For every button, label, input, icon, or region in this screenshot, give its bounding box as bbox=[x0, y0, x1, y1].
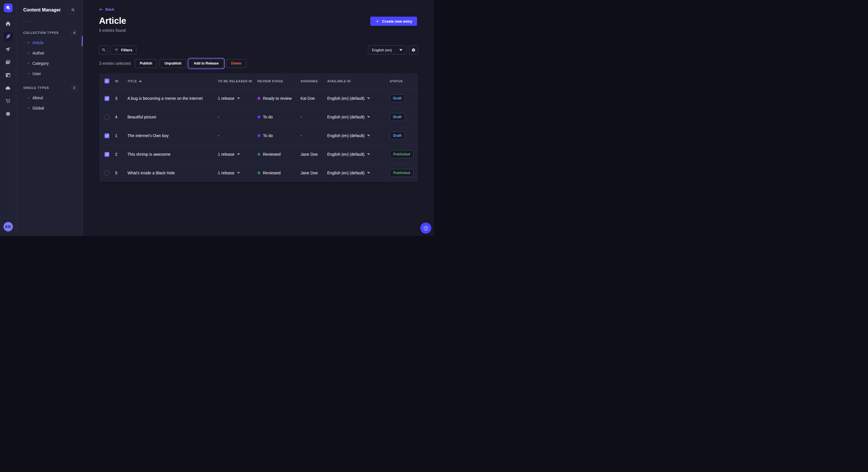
cell-assignee: Jane Doe bbox=[300, 152, 327, 157]
bullet-icon bbox=[28, 42, 29, 43]
stage-label: Reviewed bbox=[263, 171, 280, 175]
rail-item-content-manager[interactable] bbox=[3, 32, 12, 41]
check-icon bbox=[105, 134, 109, 137]
cell-title: This shrimp is awesome bbox=[127, 152, 170, 157]
cell-review-stage: Reviewed bbox=[256, 171, 300, 175]
rail-item-releases[interactable] bbox=[3, 45, 12, 54]
chevron-down-icon bbox=[367, 135, 370, 136]
rail-item-marketplace[interactable] bbox=[3, 96, 12, 105]
select-all-checkbox[interactable] bbox=[104, 78, 110, 83]
chevron-down-icon bbox=[237, 172, 240, 174]
bullet-icon bbox=[28, 63, 29, 64]
nav-count-badge: 2 bbox=[71, 85, 77, 90]
sidebar-item-about[interactable]: About bbox=[17, 93, 83, 103]
sidebar-item-author[interactable]: Author bbox=[17, 48, 83, 58]
sidebar-item-article[interactable]: Article bbox=[17, 38, 83, 48]
filters-button[interactable]: Filters bbox=[110, 45, 136, 55]
rail-item-home[interactable] bbox=[3, 19, 12, 28]
cell-status: Draft bbox=[389, 94, 418, 102]
cell-to-be-released-in[interactable]: 1 release bbox=[216, 152, 256, 157]
row-checkbox[interactable] bbox=[104, 133, 110, 138]
stage-label: To do bbox=[263, 133, 273, 138]
row-checkbox[interactable] bbox=[104, 115, 110, 120]
chevron-down-icon bbox=[367, 98, 370, 99]
row-checkbox[interactable] bbox=[104, 171, 110, 175]
publish-button[interactable]: Publish bbox=[135, 59, 157, 68]
column-header-review-stage: REVIEW STAGE bbox=[256, 79, 300, 83]
release-count: 1 release bbox=[218, 171, 235, 175]
status-badge: Draft bbox=[390, 113, 405, 121]
status-badge: Draft bbox=[390, 132, 405, 140]
stage-label: To do bbox=[263, 115, 273, 119]
search-button[interactable] bbox=[99, 45, 108, 55]
column-header-title[interactable]: TITLE bbox=[127, 79, 216, 83]
filter-icon bbox=[114, 48, 119, 52]
cell-to-be-released-in[interactable]: 1 release bbox=[216, 96, 256, 101]
cloud-icon bbox=[5, 85, 11, 91]
feather-pen-icon bbox=[5, 34, 11, 39]
cell-review-stage: To do bbox=[256, 133, 300, 138]
add-to-release-button[interactable]: Add to Release bbox=[189, 59, 224, 68]
list-settings-button[interactable] bbox=[409, 45, 418, 55]
rail-item-deploy[interactable] bbox=[3, 83, 12, 93]
cell-review-stage: Reviewed bbox=[256, 152, 300, 157]
content-manager-nav: Content Manager COLLECTION TYPES4Article… bbox=[17, 0, 83, 236]
back-link[interactable]: Back bbox=[99, 7, 114, 11]
nav-section-header: SINGLE TYPES2 bbox=[17, 83, 83, 93]
help-button[interactable] bbox=[420, 223, 431, 234]
home-icon bbox=[5, 21, 11, 26]
bullet-icon bbox=[28, 73, 29, 74]
cell-available-in[interactable]: English (en) (default) bbox=[327, 115, 389, 119]
row-checkbox[interactable] bbox=[104, 96, 110, 101]
column-header-assignee: ASSIGNEE bbox=[300, 79, 327, 83]
bullet-icon bbox=[28, 97, 29, 98]
cell-available-in[interactable]: English (en) (default) bbox=[327, 152, 389, 157]
cell-available-in[interactable]: English (en) (default) bbox=[327, 96, 389, 101]
cell-to-be-released-in: - bbox=[216, 133, 256, 138]
locale-select[interactable]: English (en) bbox=[368, 45, 406, 55]
create-new-entry-button[interactable]: Create new entry bbox=[370, 16, 417, 26]
entries-count: 5 entries found bbox=[99, 28, 126, 33]
sidebar-item-user[interactable]: User bbox=[17, 69, 83, 79]
column-header-status: STATUS bbox=[389, 79, 418, 83]
sort-ascending-icon bbox=[139, 80, 142, 82]
layout-builder-icon bbox=[5, 72, 11, 78]
status-badge: Published bbox=[390, 169, 414, 177]
sidebar-item-category[interactable]: Category bbox=[17, 58, 83, 69]
stage-label: Reviewed bbox=[263, 152, 280, 157]
locale-selected-value: English (en) bbox=[372, 48, 392, 52]
stage-dot-icon bbox=[257, 171, 260, 174]
user-avatar[interactable]: KD bbox=[3, 222, 13, 231]
cell-available-in[interactable]: English (en) (default) bbox=[327, 171, 389, 175]
selection-bar: 3 entries selected PublishUnpublishAdd t… bbox=[99, 59, 246, 68]
sidebar-item-label: About bbox=[32, 96, 43, 100]
nav-count-badge: 4 bbox=[71, 30, 77, 35]
nav-search-button[interactable] bbox=[69, 6, 77, 14]
unpublish-button[interactable]: Unpublish bbox=[160, 59, 186, 68]
delete-button[interactable]: Delete bbox=[226, 59, 246, 68]
filters-label: Filters bbox=[121, 48, 132, 52]
cell-to-be-released-in: - bbox=[216, 115, 256, 119]
sidebar-item-global[interactable]: Global bbox=[17, 103, 83, 113]
table-header-row: ID TITLE TO BE RELEASED IN REVIEW STAGE … bbox=[99, 73, 418, 89]
release-count: - bbox=[218, 115, 219, 119]
cell-available-in[interactable]: English (en) (default) bbox=[327, 133, 389, 138]
cell-title: A bug is becoming a meme on the internet bbox=[127, 96, 203, 101]
rail-divider bbox=[0, 16, 16, 16]
cell-id: 2 bbox=[112, 152, 127, 157]
cell-review-stage: Ready to review bbox=[256, 96, 300, 101]
rail-item-content-type-builder[interactable] bbox=[3, 71, 12, 80]
cell-assignee: - bbox=[300, 115, 327, 119]
strapi-logo-icon bbox=[5, 5, 11, 11]
search-icon bbox=[101, 47, 106, 52]
cell-assignee: - bbox=[300, 133, 327, 138]
row-checkbox[interactable] bbox=[104, 152, 110, 157]
list-toolbar: Filters English (en) bbox=[99, 45, 418, 55]
question-mark-icon bbox=[423, 225, 429, 231]
cell-to-be-released-in[interactable]: 1 release bbox=[216, 171, 256, 175]
chevron-down-icon bbox=[367, 154, 370, 155]
nav-divider bbox=[23, 21, 30, 22]
rail-item-media-library[interactable] bbox=[3, 58, 12, 67]
column-header-to-be-released-in: TO BE RELEASED IN bbox=[216, 79, 256, 83]
rail-item-settings[interactable] bbox=[3, 109, 12, 119]
